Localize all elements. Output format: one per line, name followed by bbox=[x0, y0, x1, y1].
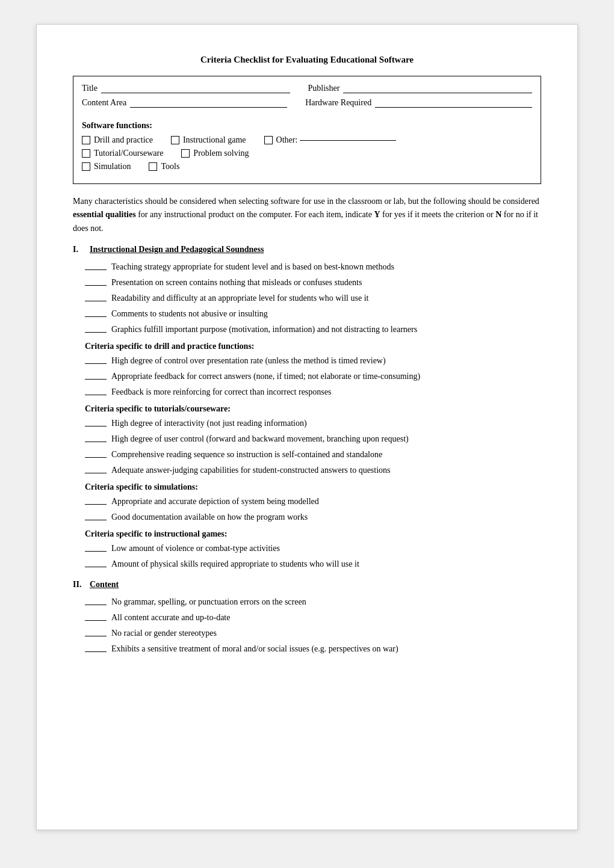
criteria-line[interactable] bbox=[85, 293, 107, 301]
sub-section-tutorial-items: High degree of interactivity (not just r… bbox=[73, 417, 541, 476]
list-item: Adequate answer-judging capabilities for… bbox=[73, 464, 541, 476]
list-item: High degree of user control (forward and… bbox=[73, 432, 541, 445]
section-2-header: II. Content bbox=[73, 580, 541, 589]
intro-text1: Many characteristics should be considere… bbox=[73, 197, 539, 206]
criteria-line[interactable] bbox=[85, 512, 107, 520]
hardware-required-label: Hardware Required bbox=[305, 98, 371, 108]
criteria-text: Graphics fulfill important purpose (moti… bbox=[111, 323, 417, 336]
title-label: Title bbox=[82, 84, 98, 93]
sub-section-drill-items: High degree of control over presentation… bbox=[73, 354, 541, 398]
title-publisher-row: Title Publisher bbox=[82, 82, 532, 93]
section-2-num: II. bbox=[73, 580, 90, 589]
sub-section-games-items: Low amount of violence or combat-type ac… bbox=[73, 542, 541, 570]
other-input-line[interactable] bbox=[300, 140, 396, 141]
criteria-line[interactable] bbox=[85, 371, 107, 380]
criteria-line[interactable] bbox=[85, 644, 107, 652]
cb-tutorial-label: Tutorial/Courseware bbox=[94, 149, 163, 158]
criteria-line[interactable] bbox=[85, 628, 107, 636]
cb-instructional-game-box[interactable] bbox=[171, 136, 179, 144]
content-area-label: Content Area bbox=[82, 98, 126, 108]
criteria-text: Teaching strategy appropriate for studen… bbox=[111, 260, 394, 273]
list-item: Teaching strategy appropriate for studen… bbox=[73, 260, 541, 273]
publisher-label: Publisher bbox=[308, 84, 340, 93]
criteria-line[interactable] bbox=[85, 449, 107, 458]
criteria-line[interactable] bbox=[85, 434, 107, 442]
cb-simulation-box[interactable] bbox=[82, 162, 90, 171]
hardware-required-input-line[interactable] bbox=[375, 97, 532, 108]
criteria-line[interactable] bbox=[85, 418, 107, 426]
list-item: Presentation on screen contains nothing … bbox=[73, 276, 541, 289]
cb-problem-solving-box[interactable] bbox=[181, 149, 190, 158]
section-1-title: Instructional Design and Pedagogical Sou… bbox=[90, 245, 264, 254]
criteria-text: Exhibits a sensitive treatment of moral … bbox=[111, 642, 398, 655]
sub-section-drill-label: Criteria specific to drill and practice … bbox=[73, 342, 541, 351]
cb-instructional-game-label: Instructional game bbox=[183, 135, 246, 145]
sf-row-1: Drill and practice Instructional game Ot… bbox=[82, 135, 532, 146]
criteria-line[interactable] bbox=[85, 612, 107, 621]
criteria-text: High degree of interactivity (not just r… bbox=[111, 417, 307, 429]
list-item: Appropriate and accurate depiction of sy… bbox=[73, 495, 541, 508]
sub-section-tutorial-label: Criteria specific to tutorials/coursewar… bbox=[73, 404, 541, 414]
cb-tools-box[interactable] bbox=[149, 162, 157, 171]
criteria-line[interactable] bbox=[85, 356, 107, 364]
list-item: Comprehensive reading sequence so instru… bbox=[73, 448, 541, 461]
criteria-text: Presentation on screen contains nothing … bbox=[111, 276, 362, 289]
criteria-text: High degree of user control (forward and… bbox=[111, 432, 409, 445]
section-2-items: No grammar, spelling, or punctuation err… bbox=[73, 596, 541, 655]
criteria-text: High degree of control over presentation… bbox=[111, 354, 386, 367]
criteria-text: Comments to students not abusive or insu… bbox=[111, 307, 268, 320]
criteria-line[interactable] bbox=[85, 465, 107, 473]
criteria-text: Comprehensive reading sequence so instru… bbox=[111, 448, 382, 461]
list-item: Graphics fulfill important purpose (moti… bbox=[73, 323, 541, 336]
content-area-input-line[interactable] bbox=[130, 97, 287, 108]
criteria-line[interactable] bbox=[85, 543, 107, 552]
criteria-text: No grammar, spelling, or punctuation err… bbox=[111, 596, 306, 608]
cb-simulation-label: Simulation bbox=[94, 162, 131, 171]
title-input-line[interactable] bbox=[101, 82, 290, 93]
criteria-text: Low amount of violence or combat-type ac… bbox=[111, 542, 280, 555]
list-item: High degree of control over presentation… bbox=[73, 354, 541, 367]
list-item: Amount of physical skills required appro… bbox=[73, 558, 541, 570]
cb-other-box[interactable] bbox=[264, 136, 273, 144]
intro-text2: for any instructional product on the com… bbox=[136, 210, 374, 219]
list-item: Readability and difficulty at an appropr… bbox=[73, 292, 541, 304]
intro-text3: for yes if it meets the criterion or bbox=[380, 210, 496, 219]
section-2-title: Content bbox=[90, 580, 119, 589]
list-item: No racial or gender stereotypes bbox=[73, 627, 541, 639]
sub-section-simulations-items: Appropriate and accurate depiction of sy… bbox=[73, 495, 541, 523]
cb-drill-box[interactable] bbox=[82, 136, 90, 144]
intro-bold1: essential qualities bbox=[73, 210, 136, 219]
intro-bold2: Y bbox=[374, 210, 380, 219]
criteria-text: Good documentation available on how the … bbox=[111, 511, 308, 523]
criteria-line[interactable] bbox=[85, 496, 107, 505]
list-item: Comments to students not abusive or insu… bbox=[73, 307, 541, 320]
criteria-line[interactable] bbox=[85, 559, 107, 567]
software-functions-label: Software functions: bbox=[82, 121, 532, 131]
criteria-line[interactable] bbox=[85, 262, 107, 270]
main-title: Criteria Checklist for Evaluating Educat… bbox=[73, 55, 541, 65]
criteria-line[interactable] bbox=[85, 597, 107, 605]
criteria-line[interactable] bbox=[85, 277, 107, 286]
sf-row-2: Tutorial/Courseware Problem solving bbox=[82, 149, 532, 159]
form-box: Title Publisher Content Area Hardware Re… bbox=[73, 76, 541, 184]
cb-simulation: Simulation bbox=[82, 162, 131, 171]
criteria-line[interactable] bbox=[85, 387, 107, 395]
intro-paragraph: Many characteristics should be considere… bbox=[73, 195, 541, 235]
publisher-input-line[interactable] bbox=[343, 82, 532, 93]
list-item: High degree of interactivity (not just r… bbox=[73, 417, 541, 429]
criteria-line[interactable] bbox=[85, 324, 107, 333]
content-hardware-row: Content Area Hardware Required bbox=[82, 97, 532, 108]
list-item: Appropriate feedback for correct answers… bbox=[73, 370, 541, 383]
cb-instructional-game: Instructional game bbox=[171, 135, 246, 145]
cb-other: Other: bbox=[264, 135, 397, 145]
cb-tutorial-box[interactable] bbox=[82, 149, 90, 158]
criteria-line[interactable] bbox=[85, 309, 107, 317]
sub-section-simulations-label: Criteria specific to simulations: bbox=[73, 482, 541, 492]
list-item: No grammar, spelling, or punctuation err… bbox=[73, 596, 541, 608]
criteria-text: Feedback is more reinforcing for correct… bbox=[111, 386, 331, 398]
section-1-items: Teaching strategy appropriate for studen… bbox=[73, 260, 541, 336]
sub-section-games-label: Criteria specific to instructional games… bbox=[73, 529, 541, 539]
criteria-text: All content accurate and up-to-date bbox=[111, 611, 230, 624]
list-item: Good documentation available on how the … bbox=[73, 511, 541, 523]
criteria-text: Readability and difficulty at an appropr… bbox=[111, 292, 368, 304]
